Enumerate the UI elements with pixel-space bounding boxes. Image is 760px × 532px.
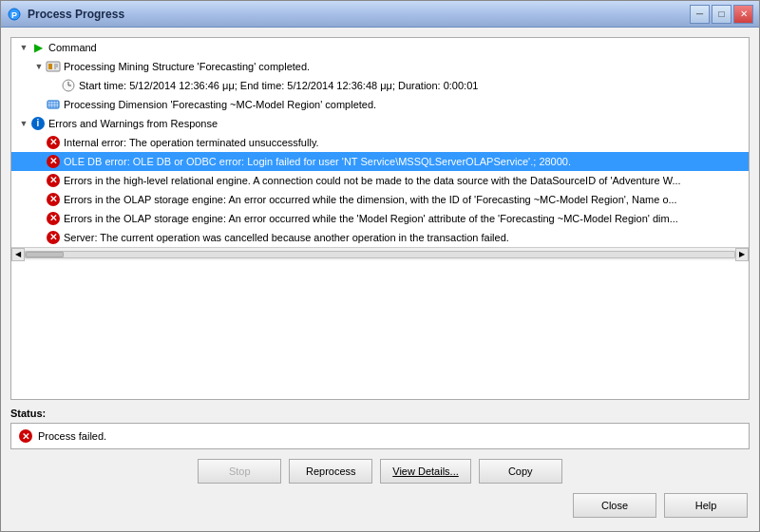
mining-structure-label: Processing Mining Structure 'Forecasting… — [64, 58, 310, 75]
expand-icon-ole — [32, 153, 46, 170]
tree-item-start-time[interactable]: Start time: 5/12/2014 12:36:46 μμ; End t… — [11, 76, 749, 95]
horizontal-scrollbar[interactable]: ◀ ▶ — [11, 247, 749, 260]
svg-text:P: P — [11, 10, 17, 20]
main-content: ▼ ▶ Command ▼ — [1, 28, 759, 531]
expand-icon-olap2 — [32, 210, 46, 227]
scroll-left-button[interactable]: ◀ — [11, 248, 25, 261]
status-section: Status: ✕ Process failed. — [10, 408, 750, 449]
start-time-label: Start time: 5/12/2014 12:36:46 μμ; End t… — [79, 77, 478, 94]
error-icon-server: ✕ — [46, 229, 61, 246]
copy-button[interactable]: Copy — [479, 459, 562, 484]
svg-rect-3 — [48, 64, 52, 69]
error-icon-olap2: ✕ — [46, 210, 61, 227]
stop-button[interactable]: Stop — [198, 459, 281, 484]
command-label: Command — [48, 39, 97, 56]
server-error-label: Server: The current operation was cancel… — [64, 229, 509, 246]
close-button[interactable]: Close — [573, 493, 656, 518]
error-icon-olap1: ✕ — [46, 191, 61, 208]
scroll-right-button[interactable]: ▶ — [735, 248, 749, 261]
tree-item-high-level-error[interactable]: ✕ Errors in the high-level relational en… — [11, 171, 749, 190]
status-label: Status: — [10, 408, 750, 419]
olap-error-1-label: Errors in the OLAP storage engine: An er… — [64, 191, 677, 208]
status-error-icon: ✕ — [19, 429, 32, 443]
tree-content: ▼ ▶ Command ▼ — [11, 38, 749, 247]
dimension-label: Processing Dimension 'Forecasting ~MC-Mo… — [64, 96, 376, 113]
help-button[interactable]: Help — [664, 493, 748, 518]
clock-icon — [61, 77, 76, 94]
scroll-thumb[interactable] — [26, 252, 64, 257]
window-icon: P — [7, 7, 22, 22]
expand-icon-olap1 — [32, 191, 46, 208]
tree-item-olap-error-2[interactable]: ✕ Errors in the OLAP storage engine: An … — [11, 209, 749, 228]
view-details-label: View Details... — [392, 466, 459, 477]
expand-icon-high — [32, 172, 46, 189]
expand-icon-dimension — [32, 96, 46, 113]
high-level-error-label: Errors in the high-level relational engi… — [64, 172, 681, 189]
errors-warnings-label: Errors and Warnings from Response — [48, 115, 218, 132]
ole-db-error-label: OLE DB error: OLE DB or ODBC error: Logi… — [64, 153, 571, 170]
action-buttons-row: Stop Reprocess View Details... Copy — [10, 457, 750, 485]
restore-button[interactable]: □ — [712, 5, 732, 24]
error-icon-internal: ✕ — [46, 134, 61, 151]
status-box: ✕ Process failed. — [10, 423, 750, 449]
info-icon: i — [30, 115, 46, 132]
process-progress-window: P Process Progress ─ □ ✕ ▼ ▶ Command ▼ — [0, 0, 760, 532]
expand-icon-errors[interactable]: ▼ — [17, 115, 30, 132]
view-details-button[interactable]: View Details... — [380, 459, 471, 484]
window-title: Process Progress — [28, 8, 690, 21]
expand-icon-command[interactable]: ▼ — [17, 39, 30, 56]
tree-item-ole-db-error[interactable]: ✕ OLE DB error: OLE DB or ODBC error: Lo… — [11, 152, 749, 171]
minimize-button[interactable]: ─ — [690, 5, 710, 24]
progress-tree-panel[interactable]: ▼ ▶ Command ▼ — [10, 37, 750, 400]
close-help-row: Close Help — [10, 493, 750, 522]
tree-item-command[interactable]: ▼ ▶ Command — [11, 38, 749, 57]
tree-item-dimension[interactable]: Processing Dimension 'Forecasting ~MC-Mo… — [11, 95, 749, 114]
error-icon-high: ✕ — [46, 172, 61, 189]
error-icon-ole: ✕ — [46, 153, 61, 170]
titlebar: P Process Progress ─ □ ✕ — [1, 1, 759, 28]
processing-icon — [46, 58, 61, 75]
status-text: Process failed. — [38, 430, 106, 442]
internal-error-label: Internal error: The operation terminated… — [64, 134, 319, 151]
tree-item-mining-structure[interactable]: ▼ Processing Mining Structure 'Forecasti… — [11, 57, 749, 76]
tree-item-internal-error[interactable]: ✕ Internal error: The operation terminat… — [11, 133, 749, 152]
expand-icon-internal — [32, 134, 46, 151]
expand-icon-server — [32, 229, 46, 246]
expand-icon-mining[interactable]: ▼ — [32, 58, 46, 75]
close-window-button[interactable]: ✕ — [733, 5, 753, 24]
scroll-track[interactable] — [25, 251, 735, 258]
expand-icon-time — [48, 77, 61, 94]
titlebar-controls: ─ □ ✕ — [690, 5, 753, 24]
reprocess-button[interactable]: Reprocess — [289, 459, 372, 484]
tree-item-errors-warnings[interactable]: ▼ i Errors and Warnings from Response — [11, 114, 749, 133]
tree-item-server-error[interactable]: ✕ Server: The current operation was canc… — [11, 228, 749, 247]
olap-error-2-label: Errors in the OLAP storage engine: An er… — [64, 210, 678, 227]
play-icon: ▶ — [30, 39, 46, 56]
dimension-icon — [46, 96, 61, 113]
tree-item-olap-error-1[interactable]: ✕ Errors in the OLAP storage engine: An … — [11, 190, 749, 209]
